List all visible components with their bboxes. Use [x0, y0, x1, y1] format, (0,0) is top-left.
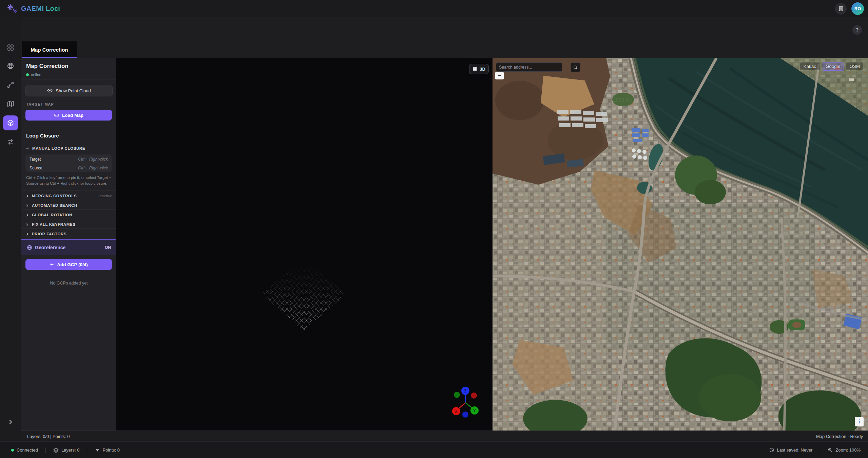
- chevron-right-icon: [25, 223, 29, 226]
- panel-expand-button[interactable]: [5, 417, 16, 427]
- connection-status: online: [26, 73, 41, 77]
- online-label: online: [31, 73, 41, 77]
- sidebar-item-map-correction[interactable]: [3, 115, 18, 130]
- left-icon-rail: [0, 17, 22, 441]
- app-logo: GAEMI Loci: [7, 4, 60, 14]
- svg-text:X: X: [455, 409, 458, 414]
- search-icon: [573, 65, 578, 70]
- map-correction-panel: Map Correction online Show Point Cloud T…: [21, 58, 117, 430]
- layers-points-counter: Layers: 0/0 | Points: 0: [27, 434, 70, 439]
- sidebar-item-dashboard[interactable]: [3, 40, 18, 55]
- provider-google[interactable]: Google: [822, 62, 844, 71]
- tab-map-correction[interactable]: Map Correction: [22, 41, 77, 58]
- show-point-cloud-button[interactable]: Show Point Cloud: [25, 85, 113, 96]
- layers-counter: Layers: 0: [53, 447, 79, 453]
- svg-text:Y: Y: [473, 408, 476, 413]
- provider-osm[interactable]: OSM: [846, 62, 863, 70]
- connection-indicator: Connected: [11, 447, 38, 453]
- manual-loop-closure-label: MANUAL LOOP CLOSURE: [32, 146, 85, 150]
- section-merging-controls[interactable]: MERGING CONTROLS Inactive: [25, 193, 112, 199]
- help-button[interactable]: ?: [852, 25, 862, 35]
- satellite-map-pane[interactable]: © 2025 Google − Kakao Google OSM i: [493, 58, 868, 430]
- layers-icon: [53, 447, 59, 453]
- 3d-viewport[interactable]: 3D Z X Y: [116, 58, 493, 430]
- load-map-button[interactable]: Load Map: [25, 110, 112, 121]
- points-counter: Points: 0: [95, 447, 120, 453]
- source-value: Ctrl + Right-click: [78, 166, 108, 170]
- section-automated-search[interactable]: AUTOMATED SEARCH: [25, 202, 112, 209]
- sidebar-item-trajectory[interactable]: [3, 77, 18, 92]
- swap-arrows-icon: [7, 138, 14, 146]
- no-gcps-note: No GCPs added yet: [21, 281, 116, 286]
- show-point-cloud-label: Show Point Cloud: [56, 88, 91, 93]
- chevron-right-icon: [25, 213, 29, 217]
- chevron-right-icon: [25, 194, 29, 198]
- chevron-right-icon: [25, 204, 29, 207]
- sidebar-item-transfer[interactable]: [3, 134, 18, 149]
- clock-icon: [769, 447, 774, 453]
- panel-title: Map Correction: [26, 63, 69, 70]
- provider-kakao[interactable]: Kakao: [800, 62, 819, 70]
- globe-icon: [27, 245, 32, 250]
- source-row[interactable]: Source Ctrl + Right-click: [25, 164, 112, 172]
- points-count-label: Points: 0: [102, 447, 120, 453]
- sidebar-item-map[interactable]: [3, 96, 18, 111]
- chevron-right-icon: [7, 419, 14, 425]
- chevron-right-icon: [25, 232, 29, 236]
- zoom-level: Zoom: 100%: [828, 447, 861, 453]
- chevron-down-icon: [25, 146, 30, 150]
- georeference-state: ON: [105, 245, 111, 250]
- section-global-rotation[interactable]: GLOBAL ROTATION: [25, 212, 112, 218]
- axis-neg-y-ball: [454, 392, 460, 398]
- search-input[interactable]: [496, 62, 562, 72]
- georeference-toggle[interactable]: Georeference ON: [21, 239, 116, 255]
- last-saved-label: Last saved: Never: [777, 447, 813, 453]
- map-icon: [7, 100, 14, 108]
- axis-gizmo[interactable]: Z X Y: [448, 386, 482, 420]
- tab-label: Map Correction: [31, 47, 68, 53]
- loop-closure-title: Loop Closure: [26, 133, 59, 139]
- map-provider-switcher: Kakao Google OSM: [800, 62, 863, 71]
- logs-button[interactable]: [835, 3, 847, 15]
- target-map-label: TARGET MAP: [26, 102, 54, 106]
- source-label: Source: [30, 166, 42, 170]
- last-saved: Last saved: Never: [769, 447, 813, 453]
- map-zoom-out-button[interactable]: −: [495, 72, 504, 79]
- map-attribution-watermark: © 2025 Google: [608, 97, 642, 103]
- search-button[interactable]: [571, 62, 580, 72]
- grid-3d-icon: [472, 67, 477, 71]
- svg-text:Z: Z: [464, 389, 466, 393]
- satellite-map-image: © 2025 Google: [493, 58, 868, 430]
- axis-neg-z-ball: [462, 411, 468, 418]
- logo-gears-icon: [7, 4, 18, 14]
- app-title: GAEMI Loci: [21, 5, 60, 13]
- online-dot: [26, 73, 29, 76]
- loop-closure-selection-box: Target Ctrl + Right-click Source Ctrl + …: [25, 154, 112, 172]
- section-prior-factors[interactable]: PRIOR FACTORS: [25, 231, 112, 237]
- sidebar-item-globe[interactable]: [3, 58, 18, 73]
- add-gcp-label: Add GCP (0/4): [57, 262, 88, 267]
- connected-dot: [11, 449, 14, 452]
- ready-status: Map Correction - Ready: [816, 434, 863, 439]
- top-header: GAEMI Loci RO: [0, 0, 868, 18]
- workspace-status-strip: Layers: 0/0 | Points: 0 Map Correction -…: [21, 430, 868, 442]
- eye-icon: [47, 88, 53, 93]
- manual-loop-closure-header[interactable]: MANUAL LOOP CLOSURE: [25, 145, 112, 152]
- zoom-magnifier-icon: [828, 447, 833, 453]
- target-label: Target: [30, 157, 41, 162]
- target-row[interactable]: Target Ctrl + Right-click: [25, 155, 112, 163]
- points-icon: [95, 447, 100, 453]
- map-info-button[interactable]: i: [855, 417, 864, 426]
- tab-band: Map Correction ?: [21, 17, 868, 58]
- axis-neg-x-ball: [471, 392, 477, 399]
- inactive-badge: Inactive: [98, 194, 112, 198]
- connected-label: Connected: [17, 447, 38, 453]
- target-value: Ctrl + Right-click: [78, 157, 108, 162]
- add-gcp-button[interactable]: Add GCP (0/4): [25, 259, 112, 270]
- section-fix-all-keyframes[interactable]: FIX ALL KEYFRAMES: [25, 221, 112, 228]
- view-mode-button[interactable]: 3D: [469, 64, 489, 74]
- globe-icon: [7, 62, 14, 70]
- avatar[interactable]: RO: [851, 2, 864, 15]
- app-root: GAEMI Loci RO: [0, 0, 868, 458]
- point-cloud-grid: [261, 258, 346, 331]
